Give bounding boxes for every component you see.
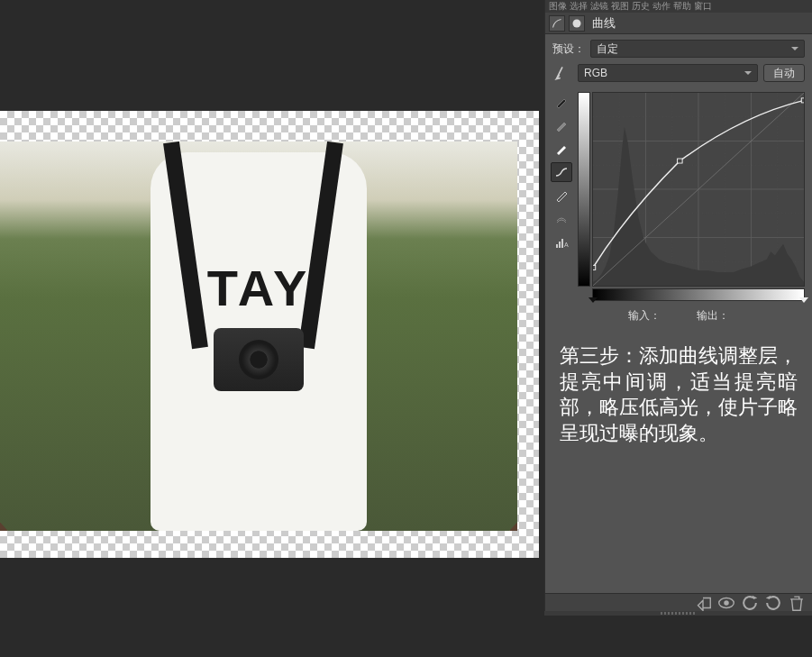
panel-title: 曲线 [588, 15, 619, 32]
input-label: 输入： [628, 308, 661, 324]
menu-item[interactable]: 选择 [570, 0, 588, 13]
curve-smooth-icon[interactable] [551, 162, 572, 182]
menu-item[interactable]: 滤镜 [590, 0, 608, 13]
clip-histogram-icon[interactable]: A [551, 233, 572, 252]
svg-text:A: A [564, 242, 569, 248]
svg-rect-23 [801, 98, 804, 103]
svg-rect-1 [556, 244, 558, 248]
menu-item[interactable]: 视图 [611, 0, 629, 13]
curves-tool-column: A [551, 92, 572, 301]
menu-item[interactable]: 图像 [549, 0, 567, 13]
preset-dropdown[interactable]: 自定 [590, 40, 805, 58]
menu-item[interactable]: 动作 [652, 0, 671, 13]
camera-strap-left [163, 141, 208, 349]
visibility-icon[interactable] [716, 596, 736, 610]
preset-row: 预设： 自定 [545, 34, 812, 63]
reset-previous-icon[interactable] [740, 596, 760, 610]
instruction-text: 第三步：添加曲线调整层，提亮中间调，适当提亮暗部，略压低高光，使片子略呈现过曝的… [545, 333, 812, 457]
railroad-track-right [341, 315, 517, 531]
menu-item[interactable]: 帮助 [673, 0, 691, 13]
mask-tab-icon[interactable] [569, 15, 585, 32]
canvas-transparency-area[interactable]: TAY [0, 111, 539, 558]
finger-target-icon[interactable] [552, 63, 572, 83]
adjustment-tab-icon[interactable] [549, 15, 565, 32]
output-label: 输出： [697, 308, 729, 324]
black-point-slider[interactable] [588, 297, 598, 303]
clip-to-layer-icon[interactable] [693, 596, 713, 610]
svg-rect-2 [559, 242, 561, 248]
svg-rect-21 [593, 265, 596, 269]
auto-button[interactable]: 自动 [763, 64, 805, 82]
svg-rect-3 [561, 239, 563, 248]
channel-dropdown[interactable]: RGB [578, 64, 758, 82]
svg-point-25 [724, 600, 729, 606]
railroad-track-left [0, 315, 177, 531]
curves-graph[interactable] [578, 92, 805, 301]
curves-svg[interactable] [593, 93, 804, 286]
input-output-row: 输入： 输出： [545, 301, 812, 333]
reset-default-icon[interactable] [763, 596, 783, 610]
preset-value: 自定 [597, 41, 618, 57]
input-gradient-ramp [592, 288, 805, 301]
panel-resize-handle[interactable] [544, 611, 812, 616]
eyedropper-white-icon[interactable] [551, 139, 572, 159]
output-gradient-ramp [578, 92, 590, 287]
pencil-icon[interactable] [551, 186, 572, 205]
eyedropper-gray-icon[interactable] [551, 115, 572, 135]
curves-editor-wrapper: A [545, 88, 812, 301]
channel-row: RGB 自动 [545, 63, 812, 88]
eyedropper-black-icon[interactable] [551, 92, 572, 112]
channel-value: RGB [584, 67, 607, 79]
curves-adjustment-panel: 图像 选择 滤镜 视图 历史 动作 帮助 窗口 曲线 预设： 自定 RGB 自动 [544, 0, 812, 611]
shirt-print-text: TAY [207, 259, 311, 317]
panel-footer [545, 593, 812, 611]
smooth-tool-icon[interactable] [551, 209, 572, 229]
white-point-slider[interactable] [799, 297, 808, 303]
edited-photo: TAY [0, 141, 517, 531]
menu-item[interactable]: 历史 [632, 0, 650, 13]
camera-strap-right [298, 141, 343, 349]
menu-item[interactable]: 窗口 [694, 0, 712, 13]
auto-button-label: 自动 [773, 66, 795, 81]
top-menu-strip: 图像 选择 滤镜 视图 历史 动作 帮助 窗口 [545, 0, 812, 13]
curves-plot-area[interactable] [592, 92, 805, 287]
svg-rect-22 [678, 159, 683, 163]
camera-body [214, 328, 304, 391]
panel-tab-bar: 曲线 [545, 13, 812, 34]
delete-icon[interactable] [787, 596, 807, 610]
svg-point-0 [573, 19, 581, 27]
preset-label: 预设： [552, 41, 585, 57]
